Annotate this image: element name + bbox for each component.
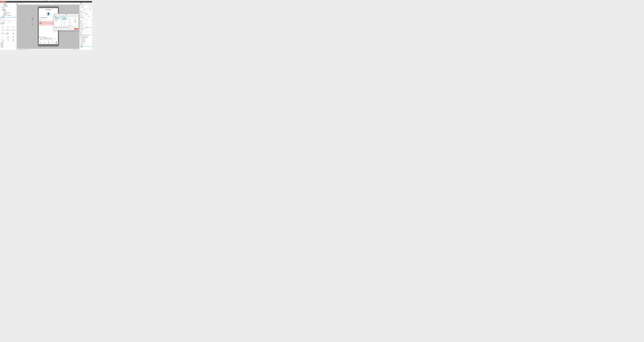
tree-item[interactable]: ▾Change City• [0,5,16,6]
command-zoom[interactable]: ⤢Zoom [73,17,78,20]
inspect-icon[interactable]: ⌖ [78,49,78,50]
pointer-icon[interactable]: ↗ [11,1,12,2]
zoom-value[interactable]: 100% [74,49,75,50]
component-h-rule[interactable]: —H.Rule [6,25,11,28]
trigger-onload[interactable]: OnLoad [54,20,61,21]
visible-checkbox[interactable] [86,13,87,14]
category-chart[interactable]: ▸Chart [0,45,16,46]
hflip-checkbox[interactable] [86,25,87,25]
close-icon[interactable] [0,0,1,1]
x-input[interactable] [83,8,86,9]
command-set-color[interactable]: 🎨Set Color [73,20,78,23]
tab-tickets[interactable]: 🏷Tickets [52,41,54,44]
redo-icon[interactable]: ↷ [8,1,9,2]
command-show-hide[interactable]: 👁Show / Hide [62,17,67,20]
category-interaction[interactable]: ▸Interaction [0,22,16,23]
component-radiobutton[interactable]: ◉RadioButton [0,31,6,35]
phone-icon[interactable]: ▭ [86,1,87,2]
exturl-input[interactable] [83,32,92,33]
section-description[interactable]: ⊟Description [80,28,92,29]
copy-icon[interactable]: ⧉ [18,3,18,4]
tree-item[interactable]: Detail• [0,4,16,5]
shape-presets[interactable]: ○▭◇◯▱△✦ [80,18,92,19]
float-signin[interactable]: ▭ Sign In [32,22,34,25]
library-tabs[interactable]: ◧ ☺ ☆ ▭ [0,18,16,19]
qrcode-icon[interactable]: ▦ [84,1,86,2]
component-gif[interactable]: GIFGif [6,38,11,42]
component-tooltip[interactable]: 💬Tooltip [11,38,16,42]
dialog-titlebar[interactable]: Select [54,14,79,15]
star-tab-icon[interactable]: ☆ [3,18,4,19]
smiley-icon[interactable]: ☺ [8,21,8,22]
flow-icon[interactable]: ⇉ [82,1,84,2]
command-grid[interactable]: 👁Show / Hide→Move⤢Zoom⤡Resize⟳Rotate🎨Set… [62,17,78,26]
add-icon[interactable]: + [16,3,17,4]
rect-icon[interactable]: ▭ [4,21,5,22]
link-icon[interactable]: ⬚ [0,21,1,22]
minimize-icon[interactable] [2,0,2,1]
radius-input[interactable] [83,19,92,21]
align-row-1[interactable]: ⤒↧⤓↥⇤↔⇥⟷ [80,5,92,6]
fullscreen-icon[interactable]: ⛶ [90,1,91,2]
category-static[interactable]: ▸Static [0,44,16,45]
drop-icon[interactable]: ◑ [13,1,14,2]
category-mobile[interactable]: ▸Mobile [0,43,16,44]
trigger-onlongclick[interactable]: OnLongClick [54,18,61,20]
circle-icon[interactable]: ○ [5,21,6,22]
tree-item[interactable]: Rome [0,8,16,9]
outline-item[interactable]: Shape [80,47,92,48]
visibility-icon[interactable]: 👁 [22,3,23,4]
snap-icon[interactable]: ↕ [19,3,19,4]
opacity-input[interactable] [84,16,93,17]
outline-list[interactable]: ▸ Come On Board (Popup Panel)▸ Sign In (… [80,35,92,48]
component-v-rule[interactable]: │V.Rule [11,25,16,28]
trigger-onclick[interactable]: OnClick [54,17,61,18]
component-checkbox[interactable]: ☑Checkbox [0,28,6,31]
maximize-icon[interactable] [2,0,3,1]
autosize-checkbox[interactable] [85,14,86,15]
category-extension[interactable]: ▾Extension [0,23,16,24]
cloud-icon[interactable]: ☁ [90,1,92,2]
tab-properties[interactable]: Properties [80,4,84,5]
component-hotspot[interactable]: ↖Hotspot [0,25,6,28]
align-row-2[interactable]: ▤▦▥▧≡⋮⫬⫭ [80,6,92,8]
tab-discover[interactable]: 📖Discover [40,41,42,44]
tree-item[interactable]: Leave A Message [0,12,16,13]
fillmode-select[interactable]: Stretch [85,27,92,28]
tree-item[interactable]: ▾Assistance [0,9,16,10]
link-mode-icon[interactable]: ⟲ [23,3,24,4]
rotation-input[interactable] [84,23,93,24]
page-tree[interactable]: CalendarDetail•▾Change City•Amsterdam▾Se… [0,2,16,18]
community-card[interactable]: ✦ Join the Musement community Access you… [39,37,58,41]
inspector-tabs[interactable]: Properties Interactions Page links [80,4,92,5]
card-tab-icon[interactable]: ▭ [4,18,5,19]
tree-item[interactable]: Chat [0,11,16,12]
tab-search[interactable]: 🔍Search [44,41,46,44]
command-rotate[interactable]: ⟳Rotate [67,20,73,23]
tree-item[interactable]: ▾Concierge [0,13,16,15]
component-combobox[interactable]: ▭▾ComboBox [11,31,16,35]
remarks-input[interactable] [83,30,92,31]
tree-item[interactable]: Calendar [0,2,16,4]
tree-item[interactable]: Tickets [0,16,16,17]
asmarkup-checkbox[interactable] [85,29,86,30]
tab-pagelinks[interactable]: Page links [88,4,92,5]
play-icon[interactable]: ▷ [47,1,48,2]
tab-assistance[interactable]: 💬Assistance [47,41,50,44]
caption-input[interactable] [83,12,92,13]
brightness-icon[interactable]: ☀ [76,49,77,50]
text-icon[interactable]: A [2,21,2,22]
trigger-list[interactable]: OnClickOnLongClickOnLoad [54,17,61,26]
command-move[interactable]: →Move [67,17,73,20]
bottom-tabs[interactable]: 📖Discover🔍Search💬Assistance🏷Tickets👤Prof… [39,41,58,44]
ok-button[interactable]: OK [74,28,78,30]
command-set-text-color[interactable]: ASet Text Color [67,23,73,26]
tree-item[interactable]: ▾Search [0,7,16,8]
tree-item[interactable]: Profile• [0,17,16,18]
underline-text-icon[interactable]: A [3,21,4,22]
component-label-text-input[interactable]: ▭Label Text Input [11,28,16,31]
components-tab-icon[interactable]: ◧ [0,18,1,19]
grid-icon[interactable]: # [12,1,13,2]
category-markup[interactable]: ▸Markup [0,46,16,47]
tree-item[interactable]: Become A Concierge [0,15,16,16]
